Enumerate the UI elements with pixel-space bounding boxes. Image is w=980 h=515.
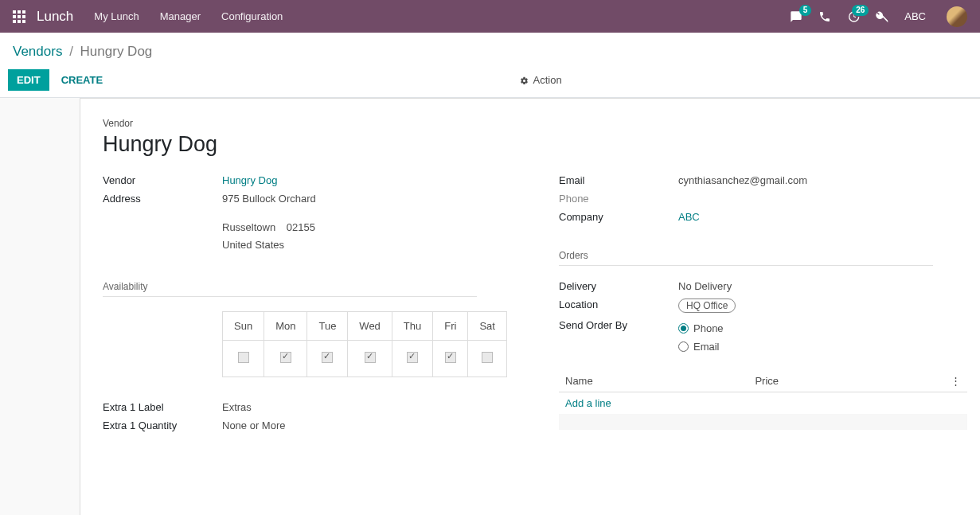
availability-day-wed: Wed	[348, 312, 392, 341]
breadcrumb-separator: /	[69, 44, 73, 59]
systray: 5 26 ABC	[790, 6, 967, 27]
availability-checkbox-thu[interactable]	[407, 352, 418, 363]
sendby-option-label: Phone	[693, 322, 724, 334]
sendby-option-email[interactable]: Email	[678, 337, 724, 356]
availability-day-fri: Fri	[433, 312, 468, 341]
phone-icon[interactable]	[818, 10, 831, 23]
right-column: Email cynthiasanchez@gmail.com Phone Com…	[559, 171, 967, 435]
availability-day-thu: Thu	[392, 312, 432, 341]
activities-badge: 26	[852, 5, 869, 16]
availability-table: SunMonTueWedThuFriSat	[222, 311, 507, 377]
svg-rect-3	[13, 15, 16, 18]
svg-rect-6	[13, 20, 16, 23]
form-sheet: Vendor Hungry Dog Vendor Hungry Dog Addr…	[80, 98, 980, 515]
action-dropdown[interactable]: Action	[513, 71, 568, 89]
availability-day-sun: Sun	[223, 312, 264, 341]
phone-label: Phone	[559, 193, 678, 205]
form-sheet-background: Vendor Hungry Dog Vendor Hungry Dog Addr…	[0, 98, 980, 515]
col-price: Price	[748, 370, 919, 392]
orders-separator: Orders	[559, 250, 933, 266]
location-label: Location	[559, 298, 678, 313]
gear-icon	[520, 76, 529, 84]
address-street: 975 Bullock Orchard	[222, 193, 323, 205]
sendby-label: Send Order By	[559, 319, 678, 356]
address-country: United States	[222, 236, 323, 254]
sendby-radios: PhoneEmail	[678, 319, 724, 356]
svg-rect-1	[18, 10, 21, 14]
svg-rect-2	[22, 10, 25, 14]
brand-name[interactable]: Lunch	[37, 9, 73, 25]
delivery-value: No Delivery	[678, 280, 732, 292]
svg-rect-5	[22, 15, 25, 18]
svg-rect-7	[18, 20, 21, 23]
delivery-label: Delivery	[559, 280, 678, 292]
left-column: Vendor Hungry Dog Address 975 Bullock Or…	[103, 171, 511, 435]
edit-button[interactable]: EDIT	[8, 69, 49, 91]
svg-rect-4	[18, 15, 21, 18]
messages-icon[interactable]: 5	[790, 10, 802, 23]
breadcrumb-active: Hungry Dog	[80, 44, 153, 59]
add-a-line[interactable]: Add a line	[559, 392, 967, 415]
address-city: Russeltown	[222, 221, 275, 233]
availability-checkbox-tue[interactable]	[322, 352, 333, 363]
user-avatar[interactable]	[947, 6, 967, 27]
company-value[interactable]: ABC	[678, 211, 700, 223]
radio-icon	[678, 323, 689, 334]
debug-icon[interactable]	[876, 10, 888, 23]
action-label: Action	[533, 74, 561, 86]
col-name: Name	[559, 370, 748, 392]
address-zip: 02155	[287, 221, 315, 233]
extra1-qty-label: Extra 1 Quantity	[103, 419, 222, 431]
sendby-option-phone[interactable]: Phone	[678, 319, 724, 337]
availability-checkbox-fri[interactable]	[445, 352, 456, 363]
breadcrumb: Vendors / Hungry Dog	[8, 41, 967, 69]
record-title: Hungry Dog	[103, 132, 967, 157]
vendor-label: Vendor	[103, 174, 222, 186]
extras-lines-table: Name Price ⋮ Add a line	[559, 370, 967, 430]
create-button[interactable]: CREATE	[53, 69, 111, 91]
extra1-label-value: Extras	[222, 401, 252, 413]
extra1-qty-value: None or More	[222, 419, 285, 431]
nav-my-lunch[interactable]: My Lunch	[94, 10, 139, 22]
title-label: Vendor	[103, 118, 967, 129]
breadcrumb-parent[interactable]: Vendors	[13, 44, 62, 59]
table-options-icon[interactable]: ⋮	[919, 370, 967, 392]
availability-day-mon: Mon	[264, 312, 307, 341]
company-label: Company	[559, 211, 678, 223]
email-value: cynthiasanchez@gmail.com	[678, 174, 807, 186]
address-value: 975 Bullock Orchard Russeltown 02155 Uni…	[222, 193, 323, 254]
availability-checkbox-sat[interactable]	[482, 352, 493, 363]
sendby-option-label: Email	[693, 341, 720, 353]
address-label: Address	[103, 193, 222, 254]
vendor-value[interactable]: Hungry Dog	[222, 174, 277, 186]
messages-badge: 5	[799, 5, 812, 16]
main-navbar: Lunch My Lunch Manager Configuration 5 2…	[0, 0, 980, 33]
extra1-label-label: Extra 1 Label	[103, 401, 222, 413]
availability-separator: Availability	[103, 281, 477, 297]
radio-icon	[678, 341, 689, 352]
nav-manager[interactable]: Manager	[160, 10, 201, 22]
svg-rect-0	[13, 10, 16, 14]
svg-rect-8	[22, 20, 25, 23]
location-tag[interactable]: HQ Office	[678, 298, 736, 313]
availability-checkbox-mon[interactable]	[280, 352, 291, 363]
location-value: HQ Office	[678, 298, 736, 313]
email-label: Email	[559, 174, 678, 186]
availability-checkbox-sun[interactable]	[238, 352, 249, 363]
user-menu[interactable]: ABC	[904, 10, 926, 22]
availability-day-tue: Tue	[307, 312, 348, 341]
apps-icon[interactable]	[13, 10, 25, 23]
control-panel: Vendors / Hungry Dog EDIT CREATE Action	[0, 33, 980, 98]
availability-day-sat: Sat	[468, 312, 507, 341]
availability-checkbox-wed[interactable]	[365, 352, 376, 363]
nav-configuration[interactable]: Configuration	[221, 10, 283, 22]
activities-icon[interactable]: 26	[847, 10, 860, 23]
